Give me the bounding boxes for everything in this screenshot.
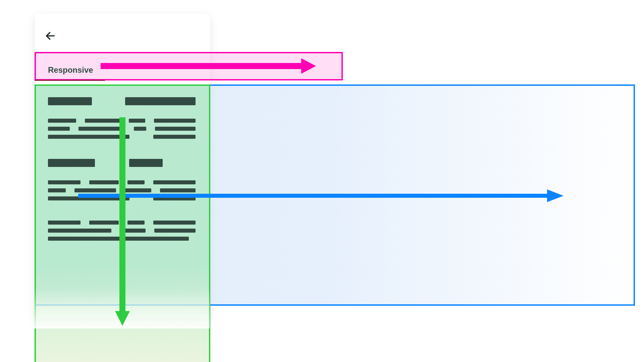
back-arrow-icon[interactable]: [45, 30, 56, 42]
mobile-header: [35, 13, 210, 50]
arrowhead-right-icon: [301, 58, 316, 74]
tab-underline: [35, 80, 105, 81]
arrowhead-right-icon: [547, 189, 564, 202]
diagram-stage: Responsive: [0, 0, 644, 362]
arrowhead-down-icon: [115, 311, 130, 326]
tab-responsive[interactable]: Responsive: [48, 65, 93, 75]
